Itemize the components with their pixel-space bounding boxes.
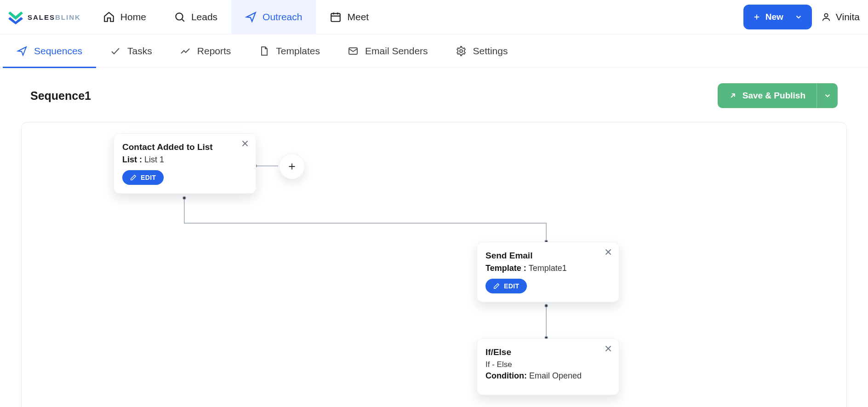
pencil-icon — [130, 174, 137, 181]
gear-icon — [456, 46, 467, 57]
save-publish-group: Save & Publish — [718, 83, 838, 108]
tab-label: Sequences — [34, 46, 82, 57]
node-close-button[interactable] — [240, 138, 250, 149]
node-close-button[interactable] — [603, 344, 613, 354]
add-step-button[interactable] — [279, 154, 305, 179]
node-field: List : List 1 — [122, 155, 247, 165]
close-icon — [240, 138, 250, 149]
node-field: Template : Template1 — [485, 264, 611, 273]
chevron-down-icon — [823, 92, 832, 100]
tab-reports[interactable]: Reports — [166, 34, 245, 68]
tab-label: Settings — [473, 46, 508, 57]
sequence-canvas[interactable]: Contact Added to List List : List 1 EDIT… — [21, 122, 847, 407]
envelope-icon — [348, 46, 359, 57]
nav-meet[interactable]: Meet — [316, 0, 383, 34]
svg-line-11 — [731, 94, 735, 97]
tab-label: Tasks — [127, 46, 152, 57]
chevron-down-icon — [794, 13, 803, 21]
node-edit-button[interactable]: EDIT — [485, 279, 527, 293]
send-icon — [245, 11, 257, 23]
arrow-up-right-icon — [729, 92, 737, 100]
nav-outreach[interactable]: Outreach — [231, 0, 316, 34]
pencil-icon — [493, 282, 500, 290]
user-menu[interactable]: Vinita — [821, 11, 860, 23]
tab-templates[interactable]: Templates — [245, 34, 334, 68]
top-navigation: SALESBLINK Home Leads Outreach Meet New … — [0, 0, 868, 34]
node-title: Contact Added to List — [122, 142, 247, 152]
home-icon — [103, 11, 115, 23]
new-button[interactable]: New — [743, 5, 812, 29]
file-icon — [258, 46, 269, 57]
nav-home[interactable]: Home — [89, 0, 160, 34]
node-send-email[interactable]: Send Email Template : Template1 EDIT — [477, 242, 619, 302]
new-label: New — [765, 12, 783, 22]
svg-point-10 — [460, 50, 463, 52]
tab-settings[interactable]: Settings — [442, 34, 522, 68]
nav-label: Meet — [347, 11, 369, 23]
nav-label: Home — [120, 11, 146, 23]
brand-text: SALESBLINK — [28, 13, 81, 21]
page-title: Sequence1 — [30, 89, 91, 103]
save-publish-caret[interactable] — [817, 83, 838, 108]
page-header: Sequence1 Save & Publish — [17, 83, 851, 108]
svg-point-0 — [176, 13, 183, 20]
plus-icon — [753, 13, 761, 21]
svg-point-17 — [545, 304, 548, 307]
tab-label: Reports — [197, 46, 231, 57]
close-icon — [603, 247, 613, 257]
close-icon — [603, 344, 613, 354]
send-icon — [17, 46, 28, 57]
tab-label: Templates — [276, 46, 320, 57]
sub-navigation: Sequences Tasks Reports Templates Email … — [0, 34, 868, 68]
node-title: If/Else — [485, 347, 611, 357]
save-publish-label: Save & Publish — [742, 91, 805, 101]
tab-label: Email Senders — [365, 46, 428, 57]
user-icon — [821, 12, 831, 22]
nav-label: Outreach — [263, 11, 302, 23]
tab-tasks[interactable]: Tasks — [96, 34, 166, 68]
node-subtitle: If - Else — [485, 360, 611, 369]
page-body: Sequence1 Save & Publish — [0, 68, 868, 407]
node-trigger[interactable]: Contact Added to List List : List 1 EDIT — [114, 133, 256, 194]
save-publish-button[interactable]: Save & Publish — [718, 83, 817, 108]
node-title: Send Email — [485, 251, 611, 261]
logo-mark-icon — [6, 10, 25, 24]
nav-leads[interactable]: Leads — [160, 0, 231, 34]
tab-email-senders[interactable]: Email Senders — [334, 34, 442, 68]
svg-line-1 — [182, 19, 184, 22]
node-if-else[interactable]: If/Else If - Else Condition: Email Opene… — [477, 338, 619, 395]
search-icon — [174, 11, 186, 23]
tab-sequences[interactable]: Sequences — [3, 34, 96, 68]
plus-icon — [287, 161, 297, 172]
svg-rect-2 — [331, 13, 341, 21]
calendar-icon — [330, 11, 342, 23]
chart-icon — [180, 46, 191, 57]
node-close-button[interactable] — [603, 247, 613, 257]
svg-point-8 — [824, 14, 828, 17]
check-icon — [110, 46, 121, 57]
node-field: Condition: Email Opened — [485, 371, 611, 381]
node-edit-button[interactable]: EDIT — [122, 170, 164, 185]
brand-logo[interactable]: SALESBLINK — [6, 10, 81, 24]
nav-label: Leads — [191, 11, 217, 23]
svg-point-14 — [183, 197, 186, 200]
user-name: Vinita — [836, 11, 860, 23]
